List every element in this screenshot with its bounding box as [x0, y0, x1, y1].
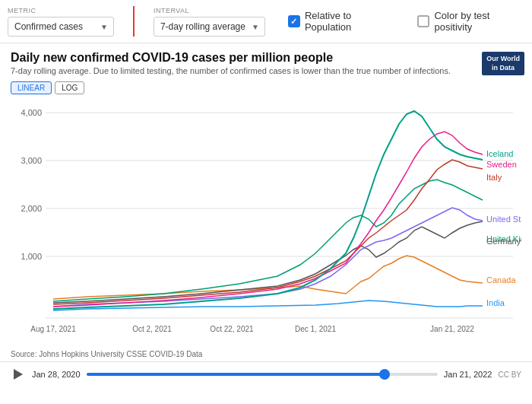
- color-by-test-group[interactable]: Color by test positivity: [417, 10, 524, 33]
- cc-by-label: CC BY: [498, 371, 521, 379]
- divider: [133, 6, 135, 37]
- svg-text:2,000: 2,000: [21, 204, 42, 213]
- source-text: Source: Johns Hopkins University CSSE CO…: [0, 348, 532, 360]
- svg-text:3,000: 3,000: [21, 156, 42, 165]
- timeline-thumb[interactable]: [379, 369, 390, 380]
- chart-header: Daily new confirmed COVID-19 cases per m…: [0, 43, 532, 78]
- color-by-test-label: Color by test positivity: [434, 10, 524, 33]
- metric-select-wrapper[interactable]: Confirmed cases ▼: [8, 17, 114, 37]
- chart-title: Daily new confirmed COVID-19 cases per m…: [11, 51, 521, 65]
- play-button[interactable]: [11, 367, 26, 382]
- iceland-label: Iceland: [486, 149, 513, 158]
- top-controls: METRIC Confirmed cases ▼ INTERVAL 7-day …: [0, 0, 532, 43]
- color-by-test-checkbox[interactable]: [417, 15, 429, 27]
- metric-control: METRIC Confirmed cases ▼: [8, 7, 114, 37]
- svg-text:Canada: Canada: [486, 275, 516, 285]
- relative-to-population-checkbox[interactable]: ✓: [288, 15, 300, 27]
- timeline-bar: Jan 28, 2020 Jan 21, 2022 CC BY: [0, 361, 532, 387]
- svg-text:Oct 2, 2021: Oct 2, 2021: [132, 325, 172, 333]
- log-scale-button[interactable]: LOG: [55, 81, 84, 94]
- svg-text:4,000: 4,000: [21, 108, 42, 117]
- play-icon: [14, 369, 23, 380]
- svg-text:Aug 17, 2021: Aug 17, 2021: [30, 325, 76, 333]
- svg-text:Germany: Germany: [486, 237, 521, 246]
- timeline-end-label: Jan 21, 2022: [444, 370, 492, 379]
- chart-area: 4,000 3,000 2,000 1,000 Aug 17, 2021 Oct…: [11, 97, 521, 348]
- svg-text:India: India: [486, 298, 505, 307]
- timeline-fill: [87, 373, 385, 376]
- svg-text:Oct 22, 2021: Oct 22, 2021: [210, 325, 254, 333]
- relative-to-population-label: Relative to Population: [305, 10, 395, 33]
- interval-control: INTERVAL 7-day rolling average ▼: [154, 7, 265, 37]
- svg-text:Sweden: Sweden: [486, 160, 517, 169]
- brand-badge: Our Worldin Data: [482, 52, 524, 75]
- interval-select[interactable]: 7-day rolling average: [154, 17, 265, 37]
- svg-text:Jan 21, 2022: Jan 21, 2022: [430, 325, 474, 333]
- interval-select-wrapper[interactable]: 7-day rolling average ▼: [154, 17, 265, 37]
- timeline-start-label: Jan 28, 2020: [32, 370, 81, 379]
- timeline-track[interactable]: [87, 373, 438, 376]
- metric-select[interactable]: Confirmed cases: [8, 17, 114, 37]
- chart-subtitle: 7-day rolling average. Due to limited te…: [11, 66, 521, 75]
- chart-svg: 4,000 3,000 2,000 1,000 Aug 17, 2021 Oct…: [11, 97, 521, 348]
- metric-label: METRIC: [8, 7, 114, 14]
- linear-scale-button[interactable]: LINEAR: [11, 81, 52, 94]
- svg-text:Italy: Italy: [486, 173, 502, 182]
- scale-buttons: LINEAR LOG: [0, 78, 532, 97]
- svg-text:Dec 1, 2021: Dec 1, 2021: [295, 325, 336, 333]
- svg-text:United States: United States: [486, 215, 521, 224]
- interval-label: INTERVAL: [154, 7, 265, 14]
- relative-to-population-group[interactable]: ✓ Relative to Population: [288, 10, 395, 33]
- svg-text:1,000: 1,000: [21, 252, 42, 261]
